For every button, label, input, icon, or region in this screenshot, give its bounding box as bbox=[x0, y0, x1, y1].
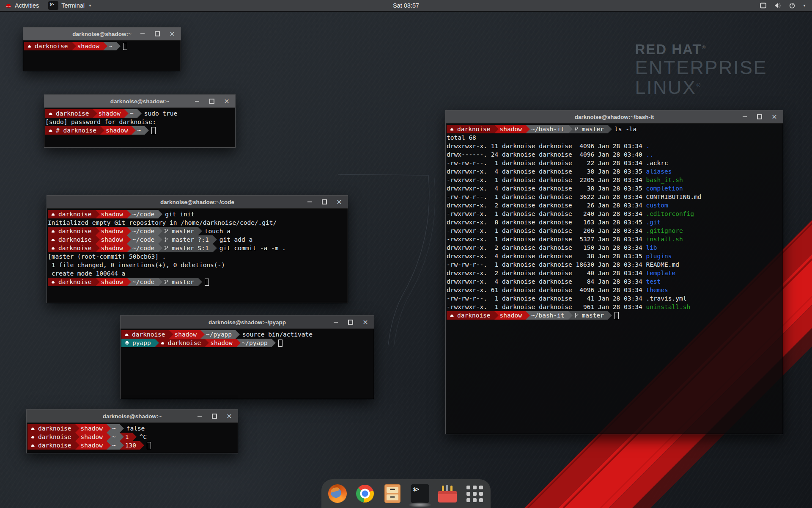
file-name: completion bbox=[646, 185, 683, 192]
brand-enterprise: ENTERPRISE bbox=[635, 58, 767, 77]
close-button[interactable]: × bbox=[224, 98, 230, 104]
window-titlebar[interactable]: darknoise@shadow:~× bbox=[44, 95, 235, 108]
file-name: .. bbox=[646, 151, 653, 158]
dock-item-app-grid[interactable] bbox=[465, 484, 485, 503]
command-text: sudo true bbox=[144, 110, 178, 117]
dock-item-toolbox[interactable] bbox=[438, 484, 457, 503]
window-controls: × bbox=[742, 114, 783, 120]
maximize-button[interactable] bbox=[757, 114, 763, 120]
window-title: darknoise@shadow:~/code bbox=[47, 199, 348, 205]
file-row: drwxrwxr-x. 4 darknoise darknoise 38 Jan… bbox=[447, 184, 783, 193]
window-titlebar[interactable]: darknoise@shadow:~× bbox=[23, 28, 181, 41]
prompt-line: darknoiseshadow~false bbox=[27, 424, 238, 433]
brand-linux: LINUX® bbox=[635, 77, 767, 97]
redhat-icon bbox=[450, 127, 454, 132]
minimize-button[interactable] bbox=[194, 98, 200, 104]
file-row: drwxrwxr-x. 11 darknoise darknoise 4096 … bbox=[447, 142, 783, 150]
minimize-button[interactable] bbox=[333, 319, 339, 325]
git-branch-icon bbox=[574, 127, 579, 132]
window-titlebar[interactable]: darknoise@shadow:~/bash-it× bbox=[446, 110, 783, 124]
terminal-content[interactable]: darknoiseshadow~/pyappsource bin/activat… bbox=[121, 329, 374, 347]
prompt-segment-host: shadow bbox=[96, 278, 127, 286]
window-titlebar[interactable]: darknoise@shadow:~× bbox=[27, 410, 238, 423]
active-app-glow bbox=[408, 502, 432, 508]
redhat-icon bbox=[48, 111, 53, 116]
terminal-content[interactable]: darknoiseshadow~sudo true[sudo] password… bbox=[44, 108, 235, 135]
prompt-segment-host: shadow bbox=[169, 330, 200, 339]
prompt-segment-path: ~/bash-it bbox=[526, 125, 568, 133]
terminal-content[interactable]: darknoiseshadow~ bbox=[23, 41, 181, 50]
file-row: -rwxrwxr-x. 1 darknoise darknoise 206 Ja… bbox=[447, 226, 783, 235]
redhat-icon bbox=[48, 128, 53, 133]
close-button[interactable]: × bbox=[226, 413, 232, 419]
minimize-button[interactable] bbox=[140, 31, 145, 37]
prompt-line: darknoiseshadow~/codemaster bbox=[48, 278, 348, 286]
dock-item-files[interactable] bbox=[383, 484, 402, 503]
chevron-down-icon[interactable]: ▼ bbox=[803, 4, 806, 8]
clock[interactable]: Sat 03:57 bbox=[0, 2, 812, 9]
close-button[interactable]: × bbox=[362, 319, 368, 325]
minimize-button[interactable] bbox=[742, 114, 748, 120]
file-name: README.md bbox=[646, 261, 679, 268]
prompt-segment-user: darknoise bbox=[45, 109, 93, 118]
volume-icon[interactable] bbox=[774, 2, 782, 9]
prompt-segment-host: shadow bbox=[93, 109, 124, 118]
terminal-content[interactable]: darknoiseshadow~/bash-itmasterls -latota… bbox=[446, 124, 783, 320]
window-titlebar[interactable]: darknoise@shadow:~/pyapp× bbox=[121, 316, 374, 329]
redhat-icon bbox=[51, 246, 55, 251]
file-name: aliases bbox=[646, 168, 672, 175]
display-icon[interactable] bbox=[760, 2, 767, 9]
prompt-segment-user: darknoise bbox=[48, 235, 96, 244]
command-text: source bin/activate bbox=[242, 331, 313, 338]
maximize-button[interactable] bbox=[209, 98, 215, 104]
terminal-content[interactable]: darknoiseshadow~/codegit initInitialized… bbox=[47, 209, 348, 286]
terminal-content[interactable]: darknoiseshadow~falsedarknoiseshadow~1^C… bbox=[27, 423, 238, 450]
file-name: .travis.yml bbox=[646, 295, 686, 302]
file-name: .editorconfig bbox=[646, 210, 694, 217]
terminal-cursor bbox=[278, 340, 283, 347]
prompt-segment-host: shadow bbox=[494, 125, 526, 133]
file-name: .gitignore bbox=[646, 227, 683, 234]
window-titlebar[interactable]: darknoise@shadow:~/code× bbox=[47, 196, 348, 209]
prompt-segment-host: shadow bbox=[72, 42, 103, 50]
prompt-segment-host: shadow bbox=[75, 424, 107, 433]
maximize-button[interactable] bbox=[154, 31, 160, 37]
prompt-segment-git: master ?:1 bbox=[158, 235, 212, 244]
close-button[interactable]: × bbox=[771, 114, 777, 120]
prompt-line: darknoiseshadow~sudo true bbox=[45, 109, 235, 118]
prompt-line: darknoiseshadow~/bash-itmaster bbox=[447, 311, 783, 320]
file-row: -rwxrwxr-x. 1 darknoise darknoise 2205 J… bbox=[447, 176, 783, 184]
maximize-button[interactable] bbox=[348, 319, 354, 325]
file-row: -rwxrwxr-x. 1 darknoise darknoise 5327 J… bbox=[447, 235, 783, 243]
file-name: bash_it.sh bbox=[646, 177, 683, 183]
minimize-button[interactable] bbox=[307, 199, 313, 205]
prompt-segment-user: darknoise bbox=[155, 339, 205, 347]
close-button[interactable]: × bbox=[336, 199, 342, 205]
prompt-segment-user: darknoise bbox=[447, 125, 494, 133]
prompt-segment-host: shadow bbox=[205, 339, 236, 347]
dock-item-firefox[interactable] bbox=[328, 484, 347, 503]
command-text: ^C bbox=[139, 433, 146, 440]
git-branch-icon bbox=[574, 313, 579, 318]
power-icon[interactable] bbox=[789, 2, 796, 9]
minimize-button[interactable] bbox=[197, 413, 203, 419]
output-line: [master (root-commit) 50bcb63] . bbox=[48, 252, 348, 261]
prompt-segment-path: ~/pyapp bbox=[200, 330, 236, 339]
file-manager-icon bbox=[384, 484, 401, 503]
file-name: install.sh bbox=[646, 236, 683, 243]
close-button[interactable]: × bbox=[169, 31, 175, 37]
terminal-cursor bbox=[123, 43, 127, 50]
prompt-segment-git: master bbox=[158, 227, 198, 235]
prompt-segment-git: master bbox=[158, 278, 198, 286]
redhat-icon bbox=[51, 280, 55, 284]
prompt-segment-path: ~/code bbox=[127, 227, 158, 235]
file-name: . bbox=[646, 143, 650, 149]
firefox-icon bbox=[328, 484, 347, 503]
prompt-segment-user: darknoise bbox=[48, 210, 96, 218]
dock-item-chrome[interactable] bbox=[355, 484, 375, 503]
maximize-button[interactable] bbox=[211, 413, 217, 419]
prompt-segment-path: ~/code bbox=[127, 244, 158, 252]
dock-item-terminal[interactable]: $> bbox=[410, 484, 430, 503]
maximize-button[interactable] bbox=[321, 199, 327, 205]
prompt-segment-user: darknoise bbox=[48, 227, 96, 235]
